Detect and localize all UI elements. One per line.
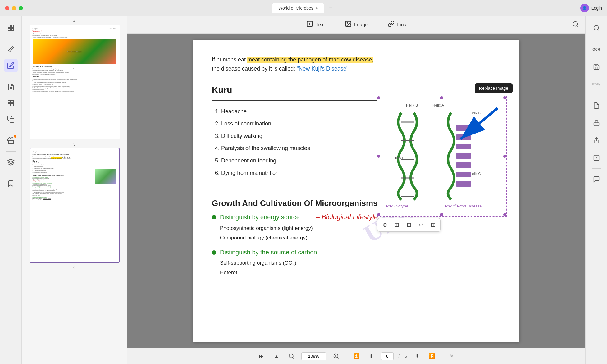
bio-lifestyle-text: – Biological Lifestyle <box>316 213 378 221</box>
sidebar-item-list[interactable] <box>4 21 18 35</box>
image-tool-flip[interactable]: ⊞ <box>393 220 400 230</box>
pdf-export-button[interactable]: PDF↑ <box>590 77 603 91</box>
highlight-disease: "New Kuji's Disease" <box>297 66 348 72</box>
sidebar-item-brush[interactable] <box>4 43 18 56</box>
zoom-out-button[interactable] <box>286 351 296 361</box>
toolbar-text-button[interactable]: Text <box>303 19 328 31</box>
replace-image-tooltip: Replace Image <box>475 83 513 93</box>
minimize-window-button[interactable] <box>12 6 16 10</box>
check-button[interactable] <box>590 151 603 165</box>
thumbnail-page4[interactable]: 4 Chapter 4VIRUSES Viruses ! • Highly sp… <box>24 19 125 139</box>
sidebar-item-grid[interactable] <box>4 96 18 110</box>
svg-point-49 <box>594 25 598 30</box>
highlight-meat: meat containing the pathogen of mad cow … <box>247 57 373 63</box>
svg-line-50 <box>598 29 599 30</box>
thumbnail-panel[interactable]: 4 Chapter 4VIRUSES Viruses ! • Highly sp… <box>22 16 127 364</box>
prev-page-nav[interactable]: ⬆ <box>366 351 376 361</box>
main-tab[interactable]: World of Microbes × <box>272 3 324 13</box>
svg-text:PrP: PrP <box>445 204 452 208</box>
resize-handle-mr[interactable] <box>503 155 506 158</box>
doc-container[interactable]: If humans eat meat containing the pathog… <box>127 34 585 348</box>
text-icon <box>306 20 313 29</box>
tab-bar: World of Microbes × + <box>272 3 335 13</box>
user-login-label[interactable]: Login <box>591 6 602 11</box>
energy-section: Distinguish by energy source – Biologica… <box>212 213 501 243</box>
page-number-input[interactable] <box>381 352 394 360</box>
close-bottom-button[interactable]: ✕ <box>447 352 456 360</box>
thumbnail-page5[interactable]: 5 Chapter 5 Prion's Disease Of Human Inh… <box>24 142 125 263</box>
svg-rect-30 <box>456 144 471 149</box>
kuru-title: Kuru <box>212 85 501 95</box>
zoom-level[interactable]: 108% <box>301 352 326 360</box>
svg-text:Prion Disease: Prion Disease <box>457 204 482 208</box>
resize-handle-bl[interactable] <box>377 213 380 216</box>
sidebar-item-annotate[interactable] <box>4 59 18 72</box>
zoom-in-button[interactable] <box>331 351 341 361</box>
svg-line-46 <box>337 357 339 358</box>
svg-text:Helix A: Helix A <box>432 103 444 107</box>
right-divider-3 <box>592 168 601 169</box>
sidebar-divider-2 <box>6 76 16 76</box>
carbon-header: Distinguish by the source of carbon <box>212 249 501 256</box>
svg-rect-32 <box>456 162 471 168</box>
resize-handle-tl[interactable] <box>377 96 380 99</box>
thumbnail-page6[interactable]: 6 <box>24 265 125 270</box>
tab-close-button[interactable]: × <box>316 6 318 10</box>
toolbar-center: Text Image Link <box>303 19 410 31</box>
svg-rect-29 <box>456 134 471 140</box>
toolbar-search[interactable] <box>572 21 579 29</box>
avatar: 👤 <box>580 4 589 12</box>
resize-handle-bm[interactable] <box>440 213 443 216</box>
sidebar-item-document[interactable] <box>4 80 18 94</box>
carbon-section: Distinguish by the source of carbon Self… <box>212 249 501 277</box>
image-tool-replace[interactable]: ↩ <box>418 220 425 230</box>
sidebar-item-bookmark[interactable] <box>4 177 18 190</box>
new-tab-button[interactable]: + <box>327 4 335 13</box>
close-window-button[interactable] <box>5 6 9 10</box>
image-selection-box[interactable]: Helix B Helix A <box>377 96 507 217</box>
page-separator: / <box>399 354 400 359</box>
sidebar-item-copy[interactable] <box>4 112 18 126</box>
share-button[interactable] <box>590 134 603 147</box>
toolbar-link-button[interactable]: Link <box>384 19 410 31</box>
new-document-button[interactable] <box>590 99 603 112</box>
image-tool-more[interactable]: ⊞ <box>430 220 437 230</box>
resize-handle-tm[interactable] <box>440 96 443 99</box>
next-page-nav[interactable]: ⬇ <box>412 351 422 361</box>
chat-button[interactable] <box>590 172 603 186</box>
first-page-nav[interactable]: ⏫ <box>351 351 361 361</box>
resize-handle-ml[interactable] <box>377 155 380 158</box>
sidebar-item-gift[interactable] <box>4 134 18 148</box>
sidebar-item-layers[interactable] <box>4 155 18 169</box>
svg-text:Helix C: Helix C <box>470 172 481 175</box>
sidebar-divider-1 <box>6 39 16 39</box>
ocr-button[interactable]: OCR <box>590 43 603 56</box>
first-page-button[interactable]: ⏮ <box>257 351 267 361</box>
lock-button[interactable] <box>590 116 603 130</box>
toolbar: Text Image Link <box>127 16 585 34</box>
svg-text:PrP wildtype: PrP wildtype <box>386 204 408 208</box>
svg-rect-7 <box>11 100 14 103</box>
toolbar-image-button[interactable]: Image <box>341 19 372 31</box>
resize-handle-br[interactable] <box>503 213 506 216</box>
svg-text:Helix C: Helix C <box>394 156 405 160</box>
notification-badge <box>14 135 16 138</box>
save-button[interactable] <box>590 60 603 74</box>
prev-page-button[interactable]: ▲ <box>272 351 281 361</box>
separator-2 <box>442 353 442 360</box>
svg-rect-34 <box>456 181 471 187</box>
image-tool-align[interactable]: ⊕ <box>381 220 388 230</box>
thumb-card-4[interactable]: Chapter 4VIRUSES Viruses ! • Highly spec… <box>30 25 120 139</box>
search-icon[interactable] <box>590 21 603 35</box>
energy-title: Distinguish by energy source <box>220 214 300 221</box>
section-divider-1 <box>212 80 501 80</box>
maximize-window-button[interactable] <box>19 6 23 10</box>
content-area: Text Image Link <box>127 16 585 364</box>
resize-handle-tr[interactable] <box>503 96 506 99</box>
last-page-nav[interactable]: ⏬ <box>427 351 437 361</box>
bottom-bar: ⏮ ▲ 108% ⏫ ⬆ / 6 ⬇ ⏬ ✕ <box>127 348 585 364</box>
image-tool-crop[interactable]: ⊟ <box>405 220 413 230</box>
green-dot-energy <box>212 215 216 219</box>
thumb-card-5[interactable]: Chapter 5 Prion's Disease Of Human Inher… <box>30 148 120 263</box>
toolbar-link-label: Link <box>397 22 406 28</box>
